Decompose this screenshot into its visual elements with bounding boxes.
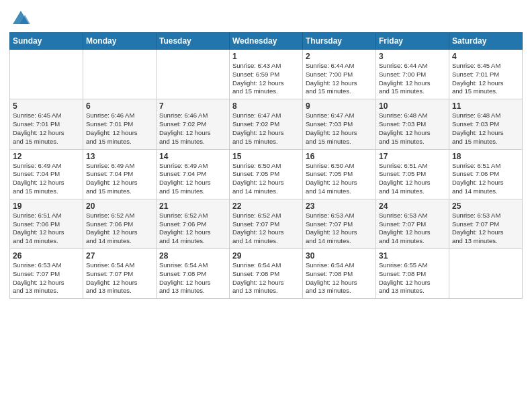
day-number: 8 <box>232 101 300 111</box>
calendar-cell: 12Sunrise: 6:49 AM Sunset: 7:04 PM Dayli… <box>10 149 83 199</box>
day-number: 18 <box>452 152 519 161</box>
day-number: 4 <box>452 52 519 61</box>
calendar-cell: 30Sunrise: 6:54 AM Sunset: 7:08 PM Dayli… <box>303 249 376 299</box>
calendar-cell <box>449 249 523 299</box>
weekday-header-sunday: Sunday <box>10 33 83 50</box>
weekday-header-wednesday: Wednesday <box>230 33 303 50</box>
day-info: Sunrise: 6:48 AM Sunset: 7:03 PM Dayligh… <box>452 111 519 146</box>
calendar-cell: 3Sunrise: 6:44 AM Sunset: 7:00 PM Daylig… <box>376 50 449 99</box>
day-info: Sunrise: 6:43 AM Sunset: 6:59 PM Dayligh… <box>232 62 300 96</box>
day-number: 19 <box>13 201 80 211</box>
calendar-cell: 21Sunrise: 6:52 AM Sunset: 7:06 PM Dayli… <box>157 199 230 248</box>
day-number: 6 <box>86 101 153 111</box>
day-number: 29 <box>232 251 300 261</box>
day-number: 17 <box>379 152 446 161</box>
logo <box>9 9 30 28</box>
day-info: Sunrise: 6:48 AM Sunset: 7:03 PM Dayligh… <box>379 111 446 146</box>
calendar-cell: 7Sunrise: 6:46 AM Sunset: 7:02 PM Daylig… <box>157 99 230 149</box>
calendar-cell: 4Sunrise: 6:45 AM Sunset: 7:01 PM Daylig… <box>449 50 523 99</box>
day-info: Sunrise: 6:49 AM Sunset: 7:04 PM Dayligh… <box>13 162 80 196</box>
day-info: Sunrise: 6:45 AM Sunset: 7:01 PM Dayligh… <box>452 62 519 96</box>
calendar-cell: 11Sunrise: 6:48 AM Sunset: 7:03 PM Dayli… <box>449 99 523 149</box>
calendar-cell: 19Sunrise: 6:51 AM Sunset: 7:06 PM Dayli… <box>10 199 83 248</box>
day-info: Sunrise: 6:53 AM Sunset: 7:07 PM Dayligh… <box>306 212 373 246</box>
weekday-header-tuesday: Tuesday <box>157 33 230 50</box>
day-number: 20 <box>86 201 153 211</box>
calendar-cell: 10Sunrise: 6:48 AM Sunset: 7:03 PM Dayli… <box>376 99 449 149</box>
day-number: 2 <box>306 52 373 61</box>
calendar-cell: 28Sunrise: 6:54 AM Sunset: 7:08 PM Dayli… <box>157 249 230 299</box>
day-number: 15 <box>232 152 300 161</box>
calendar-cell <box>157 50 230 99</box>
day-info: Sunrise: 6:53 AM Sunset: 7:07 PM Dayligh… <box>452 212 519 246</box>
calendar-cell: 23Sunrise: 6:53 AM Sunset: 7:07 PM Dayli… <box>303 199 376 248</box>
day-info: Sunrise: 6:49 AM Sunset: 7:04 PM Dayligh… <box>86 162 153 196</box>
day-info: Sunrise: 6:55 AM Sunset: 7:08 PM Dayligh… <box>379 261 446 295</box>
calendar-cell: 2Sunrise: 6:44 AM Sunset: 7:00 PM Daylig… <box>303 50 376 99</box>
day-info: Sunrise: 6:54 AM Sunset: 7:07 PM Dayligh… <box>86 261 153 295</box>
day-info: Sunrise: 6:46 AM Sunset: 7:01 PM Dayligh… <box>86 111 153 146</box>
calendar-cell <box>83 50 157 99</box>
day-number: 3 <box>379 52 446 61</box>
day-info: Sunrise: 6:51 AM Sunset: 7:06 PM Dayligh… <box>452 162 519 196</box>
day-number: 27 <box>86 251 153 261</box>
day-info: Sunrise: 6:45 AM Sunset: 7:01 PM Dayligh… <box>13 111 80 146</box>
calendar-cell: 8Sunrise: 6:47 AM Sunset: 7:02 PM Daylig… <box>230 99 303 149</box>
calendar-cell: 20Sunrise: 6:52 AM Sunset: 7:06 PM Dayli… <box>83 199 157 248</box>
calendar-table: SundayMondayTuesdayWednesdayThursdayFrid… <box>9 32 523 299</box>
weekday-header-saturday: Saturday <box>449 33 523 50</box>
calendar-cell <box>10 50 83 99</box>
day-info: Sunrise: 6:51 AM Sunset: 7:05 PM Dayligh… <box>379 162 446 196</box>
day-number: 28 <box>159 251 226 261</box>
calendar-cell: 13Sunrise: 6:49 AM Sunset: 7:04 PM Dayli… <box>83 149 157 199</box>
calendar-cell: 29Sunrise: 6:54 AM Sunset: 7:08 PM Dayli… <box>230 249 303 299</box>
calendar-cell: 17Sunrise: 6:51 AM Sunset: 7:05 PM Dayli… <box>376 149 449 199</box>
day-info: Sunrise: 6:47 AM Sunset: 7:03 PM Dayligh… <box>306 111 373 146</box>
day-number: 25 <box>452 201 519 211</box>
day-number: 10 <box>379 101 446 111</box>
day-number: 16 <box>306 152 373 161</box>
day-number: 5 <box>13 101 80 111</box>
day-number: 14 <box>159 152 226 161</box>
day-info: Sunrise: 6:50 AM Sunset: 7:05 PM Dayligh… <box>306 162 373 196</box>
calendar-cell: 24Sunrise: 6:53 AM Sunset: 7:07 PM Dayli… <box>376 199 449 248</box>
calendar-cell: 16Sunrise: 6:50 AM Sunset: 7:05 PM Dayli… <box>303 149 376 199</box>
logo-icon <box>11 9 30 28</box>
day-number: 7 <box>159 101 226 111</box>
weekday-header-friday: Friday <box>376 33 449 50</box>
day-number: 13 <box>86 152 153 161</box>
calendar-cell: 15Sunrise: 6:50 AM Sunset: 7:05 PM Dayli… <box>230 149 303 199</box>
day-info: Sunrise: 6:54 AM Sunset: 7:08 PM Dayligh… <box>306 261 373 295</box>
day-number: 24 <box>379 201 446 211</box>
weekday-header-monday: Monday <box>83 33 157 50</box>
day-number: 31 <box>379 251 446 261</box>
day-info: Sunrise: 6:54 AM Sunset: 7:08 PM Dayligh… <box>159 261 226 295</box>
calendar-cell: 26Sunrise: 6:53 AM Sunset: 7:07 PM Dayli… <box>10 249 83 299</box>
day-number: 12 <box>13 152 80 161</box>
calendar-cell: 27Sunrise: 6:54 AM Sunset: 7:07 PM Dayli… <box>83 249 157 299</box>
calendar-cell: 6Sunrise: 6:46 AM Sunset: 7:01 PM Daylig… <box>83 99 157 149</box>
day-info: Sunrise: 6:51 AM Sunset: 7:06 PM Dayligh… <box>13 212 80 246</box>
day-info: Sunrise: 6:44 AM Sunset: 7:00 PM Dayligh… <box>379 62 446 96</box>
day-number: 30 <box>306 251 373 261</box>
day-number: 23 <box>306 201 373 211</box>
day-info: Sunrise: 6:52 AM Sunset: 7:06 PM Dayligh… <box>159 212 226 246</box>
calendar-cell: 5Sunrise: 6:45 AM Sunset: 7:01 PM Daylig… <box>10 99 83 149</box>
calendar-cell: 18Sunrise: 6:51 AM Sunset: 7:06 PM Dayli… <box>449 149 523 199</box>
calendar-cell: 25Sunrise: 6:53 AM Sunset: 7:07 PM Dayli… <box>449 199 523 248</box>
calendar-cell: 31Sunrise: 6:55 AM Sunset: 7:08 PM Dayli… <box>376 249 449 299</box>
day-info: Sunrise: 6:50 AM Sunset: 7:05 PM Dayligh… <box>232 162 300 196</box>
day-number: 1 <box>232 52 300 61</box>
day-info: Sunrise: 6:54 AM Sunset: 7:08 PM Dayligh… <box>232 261 300 295</box>
calendar-cell: 9Sunrise: 6:47 AM Sunset: 7:03 PM Daylig… <box>303 99 376 149</box>
page: SundayMondayTuesdayWednesdayThursdayFrid… <box>0 0 532 411</box>
day-info: Sunrise: 6:44 AM Sunset: 7:00 PM Dayligh… <box>306 62 373 96</box>
day-number: 9 <box>306 101 373 111</box>
calendar-cell: 14Sunrise: 6:49 AM Sunset: 7:04 PM Dayli… <box>157 149 230 199</box>
header <box>9 7 523 28</box>
day-number: 11 <box>452 101 519 111</box>
weekday-header-thursday: Thursday <box>303 33 376 50</box>
day-number: 21 <box>159 201 226 211</box>
calendar-cell: 22Sunrise: 6:52 AM Sunset: 7:07 PM Dayli… <box>230 199 303 248</box>
day-info: Sunrise: 6:52 AM Sunset: 7:06 PM Dayligh… <box>86 212 153 246</box>
